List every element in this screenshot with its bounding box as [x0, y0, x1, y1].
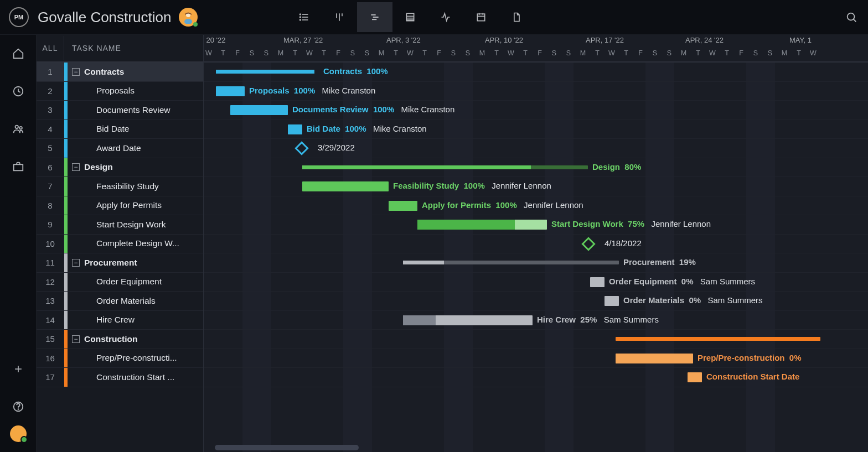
nav-home-icon[interactable]: [7, 43, 29, 65]
day-label: S: [245, 49, 259, 57]
bar-label: Proposals 100% Mike Cranston: [249, 86, 375, 95]
task-row[interactable]: 2 Proposals: [37, 82, 203, 101]
bar-label: Order Equipment 0% Sam Summers: [609, 277, 755, 286]
task-bar[interactable]: [417, 220, 547, 230]
day-label: M: [475, 49, 489, 57]
svg-point-6: [300, 17, 301, 18]
milestone-marker[interactable]: [294, 141, 308, 155]
task-bar[interactable]: [389, 201, 417, 211]
task-row[interactable]: 15 − Construction: [37, 330, 203, 349]
task-row[interactable]: 8 Apply for Permits: [37, 196, 203, 216]
nav-recent-icon[interactable]: [7, 80, 29, 102]
task-name: Apply for Permits: [84, 200, 203, 210]
bar-label: Construction Start Date: [706, 372, 802, 381]
milestone-marker[interactable]: [581, 237, 595, 251]
day-label: T: [619, 49, 633, 57]
summary-bar[interactable]: [403, 261, 619, 264]
task-row[interactable]: 12 Order Equipment: [37, 273, 203, 292]
task-row[interactable]: 13 Order Materials: [37, 292, 203, 311]
day-label: W: [705, 49, 720, 57]
bar-label: Feasibility Study 100% Jennifer Lennon: [393, 181, 551, 190]
day-label: M: [676, 49, 691, 57]
task-row[interactable]: 11 − Procurement: [37, 253, 203, 273]
user-avatar[interactable]: [179, 8, 198, 27]
task-bar[interactable]: [216, 86, 245, 96]
expand-toggle-icon[interactable]: −: [72, 68, 80, 76]
expand-toggle-icon[interactable]: −: [72, 259, 80, 267]
nav-add-icon[interactable]: [7, 358, 29, 380]
view-gantt-icon[interactable]: [357, 2, 392, 32]
svg-point-5: [300, 14, 301, 15]
view-calendar-icon[interactable]: [463, 2, 499, 32]
gantt-chart[interactable]: 3, 20 '22MAR, 27 '22APR, 3 '22APR, 10 '2…: [204, 35, 868, 452]
task-row[interactable]: 9 Start Design Work: [37, 215, 203, 235]
task-name: Start Design Work: [84, 220, 203, 230]
column-taskname[interactable]: TASK NAME: [64, 44, 121, 53]
day-label: T: [518, 49, 533, 57]
task-name: Documents Review: [84, 105, 203, 115]
task-name: Complete Design W...: [84, 238, 203, 248]
task-bar[interactable]: [604, 296, 619, 306]
day-label: T: [417, 49, 432, 57]
color-bar: [64, 253, 68, 272]
task-row[interactable]: 7 Feasibility Study: [37, 177, 203, 196]
gantt-row: Bid Date 100% Mike Cranston: [204, 120, 868, 139]
horizontal-scrollbar[interactable]: [215, 445, 359, 450]
milestone-label: 4/18/2022: [604, 238, 642, 248]
task-name: Proposals: [84, 86, 203, 96]
week-label: APR, 10 '22: [485, 36, 523, 44]
expand-toggle-icon[interactable]: −: [72, 163, 80, 171]
task-row[interactable]: 4 Bid Date: [37, 120, 203, 139]
task-bar[interactable]: [302, 181, 389, 191]
day-label: S: [561, 49, 576, 57]
nav-user-avatar[interactable]: [10, 425, 27, 442]
summary-bar[interactable]: [302, 165, 588, 169]
task-bar[interactable]: [590, 277, 604, 287]
column-all[interactable]: ALL: [37, 36, 64, 60]
bar-label: Bid Date 100% Mike Cranston: [307, 124, 427, 133]
nav-team-icon[interactable]: [7, 118, 29, 140]
view-activity-icon[interactable]: [428, 2, 463, 32]
task-bar[interactable]: [688, 372, 702, 382]
task-name: Order Equipment: [84, 277, 203, 287]
tasklist-header: ALL TASK NAME: [37, 35, 203, 63]
task-row[interactable]: 16 Prep/Pre-constructi...: [37, 349, 203, 368]
view-list-icon[interactable]: [286, 2, 322, 32]
svg-point-22: [848, 13, 855, 20]
expand-toggle-icon[interactable]: −: [72, 335, 80, 343]
app-logo[interactable]: PM: [9, 7, 29, 27]
summary-bar[interactable]: [216, 70, 314, 74]
task-row[interactable]: 1 − Contracts: [37, 63, 203, 82]
task-name: Order Materials: [84, 296, 203, 306]
search-icon[interactable]: [841, 7, 861, 27]
week-label: 3, 20 '22: [204, 36, 225, 44]
day-label: S: [763, 49, 777, 57]
task-name: Construction: [84, 334, 203, 344]
task-row[interactable]: 14 Hire Crew: [37, 311, 203, 330]
task-row[interactable]: 5 Award Date: [37, 139, 203, 158]
task-bar[interactable]: [616, 354, 693, 363]
view-file-icon[interactable]: [499, 2, 534, 32]
svg-point-1: [184, 19, 192, 24]
day-label: W: [302, 49, 317, 57]
task-bar[interactable]: [288, 124, 302, 134]
week-label: APR, 24 '22: [685, 36, 724, 44]
task-row[interactable]: 17 Construction Start ...: [37, 368, 203, 387]
row-number: 17: [37, 372, 64, 382]
nav-portfolio-icon[interactable]: [7, 155, 29, 178]
task-bar[interactable]: [403, 315, 533, 325]
task-row[interactable]: 10 Complete Design W...: [37, 235, 203, 254]
view-board-icon[interactable]: [322, 2, 357, 32]
app-header: PM Govalle Construction: [0, 0, 868, 35]
task-row[interactable]: 3 Documents Review: [37, 101, 203, 120]
svg-line-23: [854, 19, 856, 22]
view-sheet-icon[interactable]: [392, 2, 428, 32]
day-label: W: [604, 49, 619, 57]
nav-help-icon[interactable]: [7, 396, 29, 418]
day-label: S: [446, 49, 461, 57]
row-number: 14: [37, 315, 64, 325]
task-bar[interactable]: [230, 105, 288, 115]
row-number: 11: [37, 258, 64, 267]
task-row[interactable]: 6 − Design: [37, 158, 203, 178]
summary-bar[interactable]: [616, 337, 820, 341]
